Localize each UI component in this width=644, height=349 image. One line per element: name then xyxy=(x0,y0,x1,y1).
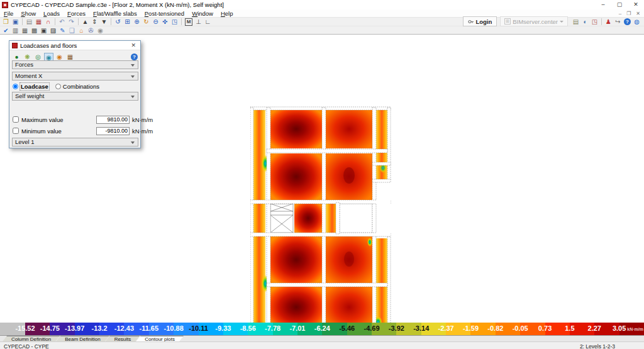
scale-value: -3.92 xyxy=(389,324,404,332)
measure-icon[interactable]: ∟ xyxy=(203,18,213,26)
magnet-snap-icon[interactable]: ∩ xyxy=(43,18,53,26)
job-list-icon[interactable]: ▤ xyxy=(25,18,34,26)
help-icon[interactable]: ? xyxy=(624,18,631,25)
pan-view-icon[interactable]: ✜ xyxy=(160,18,170,26)
exit-application-icon[interactable]: ↪ xyxy=(613,18,623,26)
verify-check-icon[interactable]: ✔ xyxy=(1,26,11,35)
menu-show[interactable]: Show xyxy=(17,9,40,18)
status-bar: CYPECAD - CYPE 2: Levels 1-2-3 xyxy=(0,341,644,349)
elevation-view-icon[interactable]: ⊥ xyxy=(194,18,203,26)
level-select[interactable]: Level 1 xyxy=(12,138,138,147)
account-icons: ▤◐◳♟↪?◍ xyxy=(571,18,641,26)
maximize-button[interactable]: ▢ xyxy=(611,0,628,9)
tab-results[interactable]: Results xyxy=(106,336,140,341)
scale-bar: kN·m/m -15.52-14.75-13.97-13.2-12.43-11.… xyxy=(0,323,644,335)
rotate-view-icon[interactable]: ↺ xyxy=(113,18,123,26)
menu-flat-waffle-slabs[interactable]: Flat/Waffle slabs xyxy=(89,9,141,18)
toolbar-separator xyxy=(181,18,182,25)
floor-up-icon[interactable]: ▲ xyxy=(80,18,90,26)
previous-view-icon[interactable]: ◳ xyxy=(170,18,179,26)
export-web-icon[interactable]: ◐ xyxy=(580,18,590,26)
menu-loads[interactable]: Loads xyxy=(40,9,64,18)
zoom-window-icon[interactable]: ⊞ xyxy=(123,18,132,26)
undo-icon[interactable]: ↶ xyxy=(57,18,67,26)
maximum-value-label: Maximum value xyxy=(21,116,64,123)
menu-post-tensioned[interactable]: Post-tensioned xyxy=(141,9,188,18)
scale-value: -7.78 xyxy=(265,324,280,332)
zoom-out-icon[interactable]: ⊖ xyxy=(151,18,160,26)
tab-column-definition[interactable]: Column Definition xyxy=(3,336,60,341)
maximum-value-checkbox[interactable] xyxy=(13,116,19,123)
floor-down-icon[interactable]: ▼ xyxy=(99,18,109,26)
job-manager-icon[interactable]: ▦ xyxy=(34,18,43,26)
status-levels-label: 2: Levels 1-2-3 xyxy=(553,343,641,349)
scale-value: -0.82 xyxy=(487,324,503,332)
minimum-unit-label: kN·m/m xyxy=(132,128,153,135)
minimize-button[interactable]: – xyxy=(595,0,611,9)
cype-web-icon[interactable]: ◍ xyxy=(632,18,641,26)
menu-file[interactable]: File xyxy=(0,9,17,18)
columns-tool-icon[interactable]: ▥ xyxy=(11,26,20,35)
force-select[interactable]: Moment X xyxy=(12,72,138,80)
edit-surface-icon[interactable]: ✎ xyxy=(58,26,67,35)
waffle-tool-icon[interactable]: ▨ xyxy=(48,26,58,35)
scale-unit: kN·m/m xyxy=(627,327,643,331)
menu-help[interactable]: Help xyxy=(217,9,237,18)
beams-tool-icon[interactable]: ▦ xyxy=(20,26,30,35)
scale-value: 0.73 xyxy=(538,324,552,332)
scale-value: -6.24 xyxy=(314,324,330,332)
minimum-value-checkbox[interactable] xyxy=(13,128,19,134)
combinations-radio-label: Combinations xyxy=(63,83,99,90)
maximum-value-input[interactable] xyxy=(96,116,130,124)
save-file-icon[interactable]: ▣ xyxy=(11,18,20,26)
toolbar-separator xyxy=(22,18,23,25)
menu-forces[interactable]: Forces xyxy=(64,9,89,18)
open-file-icon[interactable]: ❒ xyxy=(1,18,11,26)
login-button[interactable]: Login xyxy=(463,16,497,26)
bimserver-button[interactable]: ⊞ BIMserver.center xyxy=(500,16,568,26)
share-project-icon[interactable]: ◳ xyxy=(590,18,599,26)
loadcase-radio-input[interactable] xyxy=(13,84,18,89)
attachment-icon[interactable]: ✇ xyxy=(86,26,96,35)
toolbar-secondary: ✔▥▦▩▣▨✎❑⌂✇◉ xyxy=(0,26,644,35)
crossed-beams-tool-icon[interactable]: ▩ xyxy=(30,26,39,35)
tab-contour-plots[interactable]: Contour plots xyxy=(136,336,184,341)
minimum-value-input[interactable] xyxy=(96,127,130,135)
loadcases-dialog: Loadcases and floors ✕ ●❋◎◉◉▦? Forces Mo… xyxy=(9,40,141,148)
zoom-in-icon[interactable]: ⊕ xyxy=(132,18,142,26)
bottom-tabs: Column DefinitionBeam DefinitionResultsC… xyxy=(0,335,644,341)
scale-value: 2.27 xyxy=(588,324,601,332)
category-select[interactable]: Forces xyxy=(12,60,138,69)
annotation-bubble-icon[interactable]: ❑ xyxy=(67,26,77,35)
menu-window[interactable]: Window xyxy=(188,9,217,18)
floor-select-icon[interactable]: ⇕ xyxy=(90,18,99,26)
scale-value: 1.5 xyxy=(565,324,574,332)
redo-icon[interactable]: ↷ xyxy=(67,18,76,26)
dialog-title-bar[interactable]: Loadcases and floors ✕ xyxy=(9,41,140,50)
dialog-help-icon[interactable]: ? xyxy=(131,53,138,60)
maximum-value-row: Maximum value kN·m/m xyxy=(13,115,138,124)
loadcase-select[interactable]: Self weight xyxy=(12,92,138,101)
tab-beam-definition[interactable]: Beam Definition xyxy=(56,336,109,341)
combinations-radio-input[interactable] xyxy=(55,84,61,89)
loadcase-radio[interactable]: Loadcase xyxy=(13,83,49,90)
slabs-tool-icon[interactable]: ▣ xyxy=(39,26,48,35)
texts-plan-icon[interactable]: M xyxy=(185,18,192,26)
users-icon[interactable]: ♟ xyxy=(604,18,613,26)
close-button[interactable]: ✕ xyxy=(628,0,644,9)
dialog-icon xyxy=(12,43,18,48)
protect-job-icon[interactable]: ⌂ xyxy=(77,26,86,35)
app-icon xyxy=(2,2,8,8)
scale-value: -9.33 xyxy=(215,324,231,332)
redraw-icon[interactable]: ↻ xyxy=(142,18,151,26)
scale-value: 3.05 xyxy=(613,324,626,332)
window-title: CYPECAD - CYPECAD Sample.c3e - [Floor 2,… xyxy=(11,1,224,8)
scale-value: -2.37 xyxy=(438,324,454,332)
visibility-icon[interactable]: ◉ xyxy=(96,26,105,35)
toolbar-separator xyxy=(111,18,111,25)
print-icon[interactable]: ▤ xyxy=(571,18,580,26)
dialog-close-icon[interactable]: ✕ xyxy=(129,42,138,48)
scale-value: -3.14 xyxy=(413,324,429,332)
window-controls: – ▢ ✕ xyxy=(595,0,644,9)
combinations-radio[interactable]: Combinations xyxy=(55,83,99,90)
